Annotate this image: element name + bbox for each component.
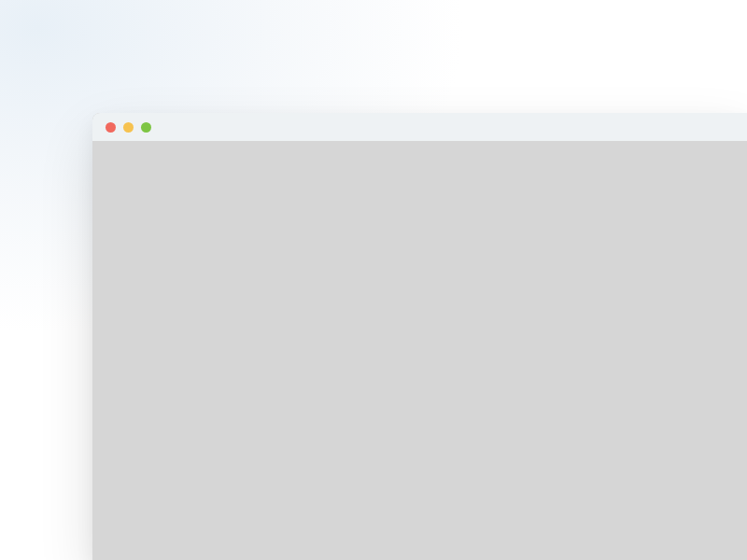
application-window <box>92 113 747 560</box>
title-bar <box>92 113 747 141</box>
content-area <box>92 141 747 560</box>
minimize-button[interactable] <box>123 122 134 133</box>
close-button[interactable] <box>106 122 116 133</box>
zoom-button[interactable] <box>141 122 151 133</box>
